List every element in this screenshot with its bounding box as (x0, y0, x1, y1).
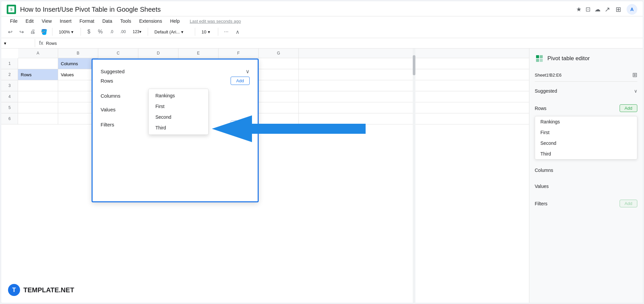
google-sheets-icon: S (7, 5, 16, 14)
grid-row-2: 2 Rows Values (1, 69, 529, 80)
sidebar-dropdown-first[interactable]: First (535, 127, 637, 138)
col-header-b[interactable]: B (58, 48, 98, 58)
folder-icon[interactable]: ⊡ (586, 6, 591, 13)
dropdown-item-first[interactable]: First (149, 101, 208, 112)
columns-label: Columns (101, 93, 120, 99)
col-header-e[interactable]: E (178, 48, 219, 58)
grid-view-icon[interactable]: ⊞ (616, 5, 621, 13)
sidebar-dropdown-second[interactable]: Second (535, 138, 637, 148)
grid-row-4: 4 (1, 91, 529, 102)
star-icon[interactable]: ★ (576, 6, 582, 13)
toolbar: ↩ ↪ 🖨 🪣 100% ▾ $ % .0 .00 123▾ Default (… (1, 26, 643, 38)
sidebar-title: Pivot table editor (547, 55, 590, 62)
range-grid-icon[interactable]: ⊞ (632, 71, 637, 79)
font-select[interactable]: Default (Ari... ▾ (151, 28, 191, 35)
trending-icon[interactable]: ↗ (605, 5, 610, 13)
rows-header: Rows Add (101, 77, 250, 85)
menu-file[interactable]: File (7, 17, 21, 25)
dropdown-item-second[interactable]: Second (149, 112, 208, 122)
cell-a2[interactable]: Rows (18, 69, 58, 80)
header-right-icons: ↗ ⊞ A (605, 4, 637, 15)
pivot-table-icon (535, 54, 544, 63)
avatar[interactable]: A (627, 4, 637, 15)
cell-a4[interactable] (18, 91, 58, 102)
sidebar-suggested-chevron[interactable]: ∨ (634, 88, 637, 94)
cell-g2[interactable] (259, 69, 299, 80)
cell-g4[interactable] (259, 91, 299, 102)
sidebar-columns-section: Columns (535, 165, 637, 176)
formula-fx-icon[interactable]: fx (39, 40, 43, 46)
rows-add-btn[interactable]: Add (231, 77, 250, 85)
brand-logo: T (8, 284, 20, 296)
menu-insert[interactable]: Insert (56, 17, 75, 25)
cell-reference: ▾ (4, 41, 31, 46)
menu-help[interactable]: Help (167, 17, 183, 25)
dropdown-item-third[interactable]: Third (149, 122, 208, 133)
sidebar-filters-row: Filters Add (535, 197, 637, 210)
cell-a3[interactable] (18, 80, 58, 91)
toolbar-separator-5 (218, 28, 218, 36)
spreadsheet: A B C D E F G 1 Columns (1, 48, 529, 303)
menu-data[interactable]: Data (99, 17, 116, 25)
document-title: How to Insert/Use Pivot Table in Google … (20, 6, 572, 13)
col-header-a[interactable]: A (18, 48, 58, 58)
sidebar-values-row: Values (535, 181, 637, 192)
suggested-label: Suggested (101, 69, 125, 74)
menu-tools[interactable]: Tools (117, 17, 135, 25)
redo-btn[interactable]: ↪ (17, 27, 26, 36)
currency-btn[interactable]: $ (84, 27, 94, 36)
sidebar-values-section: Values (535, 181, 637, 192)
print-btn[interactable]: 🖨 (28, 27, 37, 36)
toolbar-separator-2 (81, 28, 81, 36)
sidebar-filters-section: Filters Add (535, 197, 637, 210)
svg-marker-0 (212, 115, 366, 142)
paint-format-btn[interactable]: 🪣 (39, 27, 49, 36)
cell-ref-arrow[interactable]: ▾ (4, 41, 6, 46)
menu-edit[interactable]: Edit (22, 17, 37, 25)
menu-format[interactable]: Format (76, 17, 98, 25)
blue-arrow (212, 115, 366, 143)
formula-input[interactable]: Rows (46, 41, 640, 46)
percent-btn[interactable]: % (96, 27, 105, 36)
col-headers: A B C D E F G (18, 48, 529, 58)
suggested-chevron[interactable]: ∨ (246, 68, 250, 75)
zoom-select[interactable]: 100% ▾ (56, 28, 77, 35)
collapse-btn[interactable]: ∧ (233, 27, 242, 36)
col-header-d[interactable]: D (138, 48, 178, 58)
sidebar-rows-add-btn[interactable]: Add (620, 104, 637, 112)
sidebar-rows-row: Rows Add (535, 102, 637, 115)
brand-name-regular: TEMPLATE (23, 286, 59, 294)
decimal1-btn[interactable]: .0 (107, 27, 116, 36)
cell-g5[interactable] (259, 102, 299, 113)
format123-select[interactable]: 123▾ (130, 28, 144, 35)
menu-extensions[interactable]: Extensions (136, 17, 165, 25)
title-icons: ★ ⊡ ☁ (576, 6, 601, 13)
brand-logo-letter: T (12, 287, 16, 294)
undo-btn[interactable]: ↩ (5, 27, 15, 36)
col-header-f[interactable]: F (219, 48, 259, 58)
more-options-btn[interactable]: ··· (222, 27, 231, 36)
sidebar-columns-label: Columns (535, 168, 553, 173)
cell-a6[interactable] (18, 113, 58, 124)
dropdown-item-rankings[interactable]: Rankings (149, 90, 208, 101)
decimal2-btn[interactable]: .00 (118, 27, 128, 36)
sidebar-dropdown-third[interactable]: Third (535, 148, 637, 159)
cell-g3[interactable] (259, 80, 299, 91)
range-text: Sheet1!B2:E6 (535, 73, 561, 78)
sidebar-filters-add-btn[interactable]: Add (620, 200, 637, 207)
cell-g1[interactable] (259, 58, 299, 69)
font-size-select[interactable]: 10 ▾ (199, 28, 215, 35)
vertical-scrollbar[interactable] (413, 48, 415, 303)
cloud-icon[interactable]: ☁ (595, 6, 601, 13)
zoom-value: 100% (59, 29, 70, 34)
toolbar-separator-1 (52, 28, 52, 36)
col-header-c[interactable]: C (98, 48, 138, 58)
toolbar-separator-4 (195, 28, 195, 36)
cell-a5[interactable] (18, 102, 58, 113)
sidebar-dropdown-rankings[interactable]: Rankings (535, 116, 637, 127)
scrollbar-thumb[interactable] (413, 55, 415, 75)
cell-a1[interactable] (18, 58, 58, 69)
col-header-g[interactable]: G (259, 48, 299, 58)
menu-bar: File Edit View Insert Format Data Tools … (1, 16, 643, 26)
menu-view[interactable]: View (38, 17, 55, 25)
